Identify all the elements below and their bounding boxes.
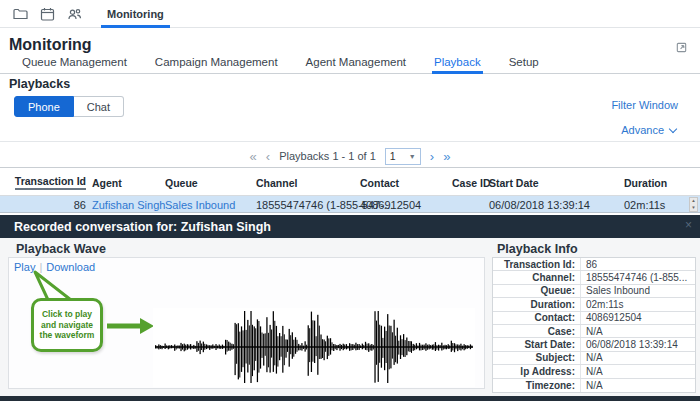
window-bottom-edge: [0, 396, 700, 401]
arrow-icon: [140, 318, 154, 334]
column-header-case-id[interactable]: Case ID: [452, 168, 491, 197]
info-row-ip-address: Ip Address:N/A: [493, 365, 695, 378]
popout-icon[interactable]: [674, 41, 688, 55]
link-separator: |: [39, 261, 42, 273]
tab-agent-management[interactable]: Agent Management: [304, 56, 408, 73]
app-window: Monitoring Monitoring Queue Management C…: [0, 0, 700, 401]
column-header-duration[interactable]: Duration: [624, 168, 667, 197]
cell-duration: 02m:11s: [624, 196, 665, 213]
select-caret-icon: ▼: [409, 153, 416, 160]
first-page-icon[interactable]: «: [250, 150, 257, 163]
info-row-transaction-id: Transaction Id:86: [493, 258, 695, 271]
section-divider: [0, 141, 700, 142]
chat-toggle-button[interactable]: Chat: [74, 96, 124, 117]
pagination-label: Playbacks 1 - 1 of 1: [279, 150, 376, 162]
tab-queue-management[interactable]: Queue Management: [20, 56, 129, 73]
module-tab-bar: Queue Management Campaign Management Age…: [0, 56, 700, 74]
conversation-title: Recorded conversation for: Zufishan Sing…: [14, 220, 271, 234]
info-row-duration: Duration:02m:11s: [493, 298, 695, 311]
playback-info-title: Playback Info: [497, 242, 578, 256]
toolbar-tab-label: Monitoring: [107, 8, 164, 20]
playbacks-section-title: Playbacks: [9, 77, 70, 91]
cell-transaction-id: 86: [14, 196, 86, 213]
page-select[interactable]: 1 ▼: [385, 148, 421, 165]
info-row-case: Case:N/A: [493, 325, 695, 338]
info-row-start-date: Start Date:06/08/2018 13:39:14: [493, 338, 695, 351]
cell-contact: 4086912504: [360, 196, 421, 213]
info-row-subject: Subject:N/A: [493, 352, 695, 365]
phone-toggle-button[interactable]: Phone: [14, 96, 74, 117]
info-row-timezone: Timezone:N/A: [493, 379, 695, 392]
waveform-box[interactable]: [153, 308, 475, 387]
column-header-contact[interactable]: Contact: [360, 168, 399, 197]
advance-label: Advance: [621, 124, 664, 136]
calendar-icon[interactable]: [37, 3, 61, 25]
play-link[interactable]: Play: [14, 261, 35, 273]
playback-wave-title: Playback Wave: [16, 242, 106, 256]
queue-link[interactable]: Sales Inbound: [165, 196, 235, 213]
top-toolbar: Monitoring: [0, 0, 700, 28]
column-header-transaction-id[interactable]: Transaction Id: [14, 168, 86, 197]
tab-setup[interactable]: Setup: [507, 56, 541, 73]
info-row-queue: Queue:Sales Inbound: [493, 285, 695, 298]
pagination-bar: « ‹ Playbacks 1 - 1 of 1 1 ▼ › »: [0, 146, 700, 166]
cell-start-date: 06/08/2018 13:39:14: [489, 196, 590, 213]
agents-icon[interactable]: [64, 3, 88, 25]
tab-playback[interactable]: Playback: [432, 56, 483, 74]
info-row-contact: Contact:4086912504: [493, 312, 695, 325]
agent-link[interactable]: Zufishan Singh: [92, 196, 165, 213]
waveform-svg: [153, 308, 475, 387]
playback-info-table: Transaction Id:86 Channel:18555474746 (1…: [492, 257, 696, 393]
column-header-queue[interactable]: Queue: [165, 168, 198, 197]
folder-icon[interactable]: [10, 3, 34, 25]
toolbar-tab-monitoring[interactable]: Monitoring: [97, 0, 174, 28]
chevron-down-icon: [669, 124, 677, 132]
download-link[interactable]: Download: [46, 261, 95, 273]
last-page-icon[interactable]: »: [443, 150, 450, 163]
playback-wave-panel: Play|Download Click to play and navigate…: [8, 257, 485, 389]
column-header-channel[interactable]: Channel: [256, 168, 297, 197]
prev-page-icon[interactable]: ‹: [266, 150, 270, 163]
waveform-callout: Click to play and navigate the waveform: [31, 298, 103, 352]
playback-row[interactable]: 86 Zufishan Singh Sales Inbound 18555474…: [0, 196, 700, 213]
close-icon[interactable]: ×: [685, 218, 692, 232]
column-header-agent[interactable]: Agent: [92, 168, 122, 197]
page-title: Monitoring: [9, 36, 92, 54]
column-header-start-date[interactable]: Start Date: [489, 168, 539, 197]
tab-campaign-management[interactable]: Campaign Management: [153, 56, 280, 73]
conversation-header-bar: Recorded conversation for: Zufishan Sing…: [0, 215, 700, 238]
channel-toggle: Phone Chat: [14, 96, 124, 117]
filter-window-link[interactable]: Filter Window: [611, 99, 678, 111]
next-page-icon[interactable]: ›: [430, 150, 434, 163]
results-table-header: Transaction Id Agent Queue Channel Conta…: [0, 167, 700, 196]
advance-dropdown[interactable]: Advance: [621, 124, 676, 136]
info-row-channel: Channel:18555474746 (1-855...: [493, 271, 695, 284]
playback-controls: Play|Download: [14, 261, 95, 273]
active-tab-underline: [101, 25, 170, 28]
page-select-value: 1: [390, 150, 396, 162]
row-scrollbar[interactable]: ▲▼: [689, 197, 698, 212]
